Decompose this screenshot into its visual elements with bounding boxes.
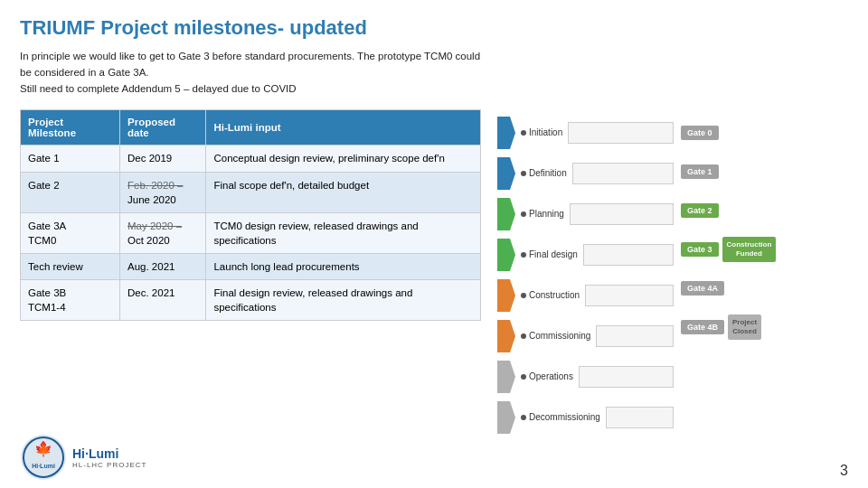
cell-milestone: Gate 3A TCM0 bbox=[21, 212, 120, 253]
gate-box: Gate 0 bbox=[681, 126, 719, 140]
construction-funded-badge: Construction Funded bbox=[722, 237, 777, 263]
cell-date: Feb. 2020 –June 2020 bbox=[120, 172, 206, 212]
cell-milestone: Gate 1 bbox=[21, 145, 120, 172]
phase-row: Commissioning bbox=[497, 316, 674, 355]
gate-slot: Gate 4A bbox=[681, 268, 780, 307]
page-number: 3 bbox=[840, 463, 848, 479]
diagram-area: InitiationDefinitionPlanningFinal design… bbox=[497, 109, 848, 462]
phase-row: Planning bbox=[497, 194, 674, 233]
cell-input: TCM0 design review, released drawings an… bbox=[206, 212, 481, 253]
gate-box: Gate 4A bbox=[681, 281, 724, 296]
cell-input: Final scope def'n, detailed budget bbox=[206, 172, 481, 212]
svg-marker-4 bbox=[497, 279, 515, 312]
content-area: Project Milestone Proposed date Hi-Lumi … bbox=[20, 109, 848, 462]
gate-box: Gate 3 bbox=[681, 242, 719, 257]
phase-label: Initiation bbox=[521, 127, 562, 137]
gate-slot: Gate 3Construction Funded bbox=[681, 230, 780, 268]
svg-text:Hi·Lumi: Hi·Lumi bbox=[32, 463, 55, 469]
gate-slot: Gate 2 bbox=[681, 191, 780, 230]
phase-label: Commissioning bbox=[521, 331, 590, 341]
phase-row: Decommissioning bbox=[497, 398, 674, 436]
phase-row: Construction bbox=[497, 276, 674, 314]
page-title: TRIUMF Project milestones- updated bbox=[20, 16, 848, 40]
phase-label: Planning bbox=[521, 209, 564, 219]
table-row: Tech reviewAug. 2021Launch long lead pro… bbox=[21, 253, 481, 279]
phase-row: Definition bbox=[497, 154, 674, 192]
logo-area: 🍁 Hi·Lumi Hi·Lumi HL-LHC PROJECT bbox=[20, 434, 146, 481]
col-header-milestone: Project Milestone bbox=[21, 110, 120, 145]
cell-input: Conceptual design review, preliminary sc… bbox=[206, 145, 481, 172]
phase-label: Definition bbox=[521, 168, 567, 178]
table-row: Gate 1Dec 2019Conceptual design review, … bbox=[21, 145, 481, 172]
svg-marker-0 bbox=[497, 117, 515, 149]
table-row: Gate 3B TCM1-4Dec. 2021Final design revi… bbox=[21, 280, 481, 321]
milestone-table: Project Milestone Proposed date Hi-Lumi … bbox=[20, 109, 481, 321]
svg-marker-7 bbox=[497, 401, 515, 434]
gate-slot: Gate 0 bbox=[681, 113, 780, 152]
gate-box: Gate 1 bbox=[681, 164, 719, 179]
page: TRIUMF Project milestones- updated In pr… bbox=[0, 0, 868, 488]
gates-right-col: Gate 0Gate 1Gate 2Gate 3Construction Fun… bbox=[681, 109, 780, 462]
project-closed-badge: Project Closed bbox=[728, 314, 761, 341]
cell-date: Dec 2019 bbox=[120, 145, 206, 172]
milestone-table-container: Project Milestone Proposed date Hi-Lumi … bbox=[20, 109, 481, 462]
cell-date: May 2020 –Oct 2020 bbox=[120, 212, 206, 253]
phase-label: Operations bbox=[521, 371, 573, 381]
phase-label: Final design bbox=[521, 249, 578, 259]
svg-marker-6 bbox=[497, 361, 515, 393]
logo-name: Hi·Lumi bbox=[72, 446, 146, 461]
cell-input: Launch long lead procurements bbox=[206, 253, 481, 279]
gate-slot: Gate 4BProject Closed bbox=[681, 307, 780, 346]
description-text: In principle we would like to get to Gat… bbox=[20, 49, 481, 97]
phases-diagram: InitiationDefinitionPlanningFinal design… bbox=[497, 109, 848, 462]
gate-slot: Gate 1 bbox=[681, 152, 780, 191]
svg-marker-5 bbox=[497, 320, 515, 352]
table-row: Gate 2Feb. 2020 –June 2020Final scope de… bbox=[21, 172, 481, 212]
phase-row: Operations bbox=[497, 357, 674, 396]
col-header-date: Proposed date bbox=[120, 110, 206, 145]
gate-box: Gate 4B bbox=[681, 320, 724, 334]
svg-text:🍁: 🍁 bbox=[34, 440, 52, 457]
phase-row: Initiation bbox=[497, 113, 674, 152]
logo-subtitle: HL-LHC PROJECT bbox=[72, 461, 146, 469]
cell-milestone: Gate 2 bbox=[21, 172, 120, 212]
gate-box: Gate 2 bbox=[681, 203, 719, 218]
cell-milestone: Tech review bbox=[21, 253, 120, 279]
gate-slot bbox=[681, 385, 780, 424]
svg-marker-3 bbox=[497, 239, 515, 271]
gate-slot bbox=[681, 346, 780, 385]
cell-input: Final design review, released drawings a… bbox=[206, 280, 481, 321]
cell-milestone: Gate 3B TCM1-4 bbox=[21, 280, 120, 321]
cell-date: Aug. 2021 bbox=[120, 253, 206, 279]
phases-left-col: InitiationDefinitionPlanningFinal design… bbox=[497, 109, 674, 462]
cell-date: Dec. 2021 bbox=[120, 280, 206, 321]
logo-icon: 🍁 Hi·Lumi bbox=[20, 434, 67, 481]
svg-marker-1 bbox=[497, 157, 515, 190]
phase-label: Decommissioning bbox=[521, 412, 600, 422]
svg-marker-2 bbox=[497, 198, 515, 230]
phase-label: Construction bbox=[521, 290, 580, 300]
col-header-input: Hi-Lumi input bbox=[206, 110, 481, 145]
table-row: Gate 3A TCM0May 2020 –Oct 2020TCM0 desig… bbox=[21, 212, 481, 253]
phase-row: Final design bbox=[497, 235, 674, 274]
